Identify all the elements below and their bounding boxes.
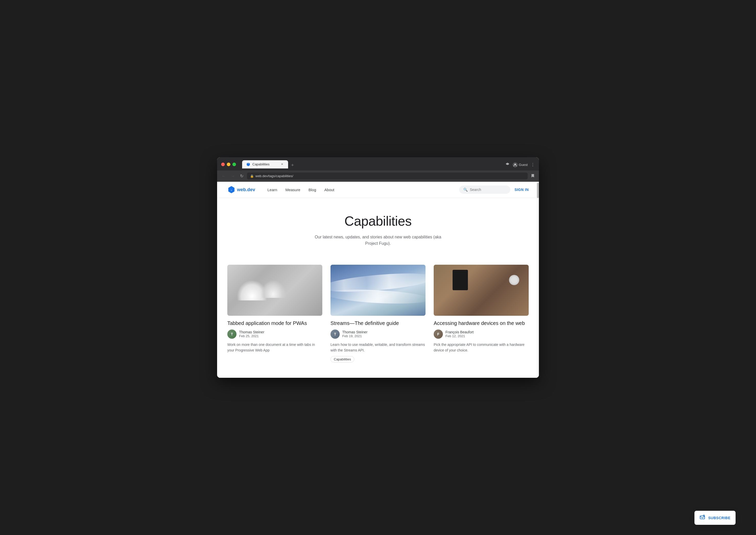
article-card-1[interactable]: Tabbed application mode for PWAs T Thoma… bbox=[227, 265, 322, 363]
site-logo[interactable]: › web.dev bbox=[227, 185, 255, 194]
author-name-1: Thomas Steiner bbox=[239, 330, 264, 334]
browser-window: Capabilities ✕ + bbox=[217, 157, 539, 378]
forward-button[interactable]: → bbox=[229, 173, 237, 179]
article-image-snow-domes bbox=[227, 265, 322, 316]
minimize-window-button[interactable] bbox=[227, 163, 230, 166]
extensions-button[interactable] bbox=[505, 161, 510, 168]
address-bar[interactable]: 🔒 web.dev/tags/capabilities/ bbox=[247, 173, 528, 180]
browser-toolbar: ← → ↻ 🔒 web.dev/tags/capabilities/ bbox=[217, 171, 539, 182]
back-button[interactable]: ← bbox=[220, 173, 227, 179]
tab-favicon bbox=[246, 162, 250, 166]
article-title-3: Accessing hardware devices on the web bbox=[434, 320, 529, 326]
nav-link-learn[interactable]: Learn bbox=[263, 182, 281, 198]
article-image-3 bbox=[434, 265, 529, 316]
hero-title: Capabilities bbox=[227, 213, 529, 229]
author-name-3: François Beaufort bbox=[446, 330, 474, 334]
maximize-window-button[interactable] bbox=[232, 163, 236, 166]
profile-icon bbox=[512, 162, 518, 167]
article-card-3[interactable]: Accessing hardware devices on the web F … bbox=[434, 265, 529, 363]
author-avatar-placeholder-1: T bbox=[227, 329, 237, 339]
scrollbar-thumb[interactable] bbox=[537, 183, 539, 198]
nav-links: Learn Measure Blog About bbox=[263, 182, 459, 198]
author-info-3: François Beaufort Feb 12, 2021 bbox=[446, 330, 474, 338]
scrollbar-track[interactable] bbox=[537, 182, 539, 378]
article-excerpt-2: Learn how to use readable, writable, and… bbox=[331, 342, 425, 353]
profile-button[interactable]: Guest bbox=[512, 162, 528, 167]
articles-section: Tabbed application mode for PWAs T Thoma… bbox=[217, 257, 539, 378]
article-tag-capabilities[interactable]: Capabilities bbox=[331, 356, 354, 362]
article-title-1: Tabbed application mode for PWAs bbox=[227, 320, 322, 326]
close-window-button[interactable] bbox=[221, 163, 225, 166]
new-tab-button[interactable]: + bbox=[289, 162, 296, 168]
author-avatar-2: T bbox=[331, 329, 340, 339]
search-input[interactable] bbox=[470, 187, 506, 192]
article-excerpt-3: Pick the appropriate API to communicate … bbox=[434, 342, 529, 353]
search-icon: 🔍 bbox=[463, 187, 468, 192]
author-avatar-1: T bbox=[227, 329, 237, 339]
address-url: web.dev/tags/capabilities/ bbox=[255, 174, 293, 178]
profile-label: Guest bbox=[519, 163, 528, 167]
article-author-1: T Thomas Steiner Feb 25, 2021 bbox=[227, 329, 322, 339]
tab-close-button[interactable]: ✕ bbox=[280, 162, 284, 166]
bookmark-button[interactable] bbox=[530, 173, 536, 180]
author-info-1: Thomas Steiner Feb 25, 2021 bbox=[239, 330, 264, 338]
author-avatar-3: F bbox=[434, 329, 443, 339]
author-name-2: Thomas Steiner bbox=[342, 330, 367, 334]
author-info-2: Thomas Steiner Feb 19, 2021 bbox=[342, 330, 367, 338]
article-author-2: T Thomas Steiner Feb 19, 2021 bbox=[331, 329, 425, 339]
article-author-3: F François Beaufort Feb 12, 2021 bbox=[434, 329, 529, 339]
author-avatar-placeholder-3: F bbox=[434, 329, 443, 339]
browser-chrome: Capabilities ✕ + bbox=[217, 157, 539, 182]
web-dev-logo-icon: › bbox=[227, 185, 236, 194]
article-image-1 bbox=[227, 265, 322, 316]
nav-right: 🔍 SIGN IN bbox=[459, 185, 529, 194]
articles-grid: Tabbed application mode for PWAs T Thoma… bbox=[227, 265, 529, 363]
refresh-button[interactable]: ↻ bbox=[239, 173, 245, 179]
page-content: › web.dev Learn Measure Blog About 🔍 SIG… bbox=[217, 182, 539, 378]
hero-section: Capabilities Our latest news, updates, a… bbox=[217, 198, 539, 257]
browser-titlebar: Capabilities ✕ + bbox=[217, 157, 539, 171]
search-box[interactable]: 🔍 bbox=[459, 185, 510, 194]
sign-in-button[interactable]: SIGN IN bbox=[514, 187, 529, 192]
article-image-2 bbox=[331, 265, 425, 316]
browser-tab-active[interactable]: Capabilities ✕ bbox=[242, 160, 288, 168]
article-card-2[interactable]: Streams—The definitive guide T Thomas St… bbox=[331, 265, 425, 363]
article-image-streams bbox=[331, 265, 425, 316]
article-excerpt-1: Work on more than one document at a time… bbox=[227, 342, 322, 353]
lock-icon: 🔒 bbox=[250, 174, 254, 178]
site-nav: › web.dev Learn Measure Blog About 🔍 SIG… bbox=[217, 182, 539, 198]
article-date-3: Feb 12, 2021 bbox=[446, 334, 474, 338]
nav-link-measure[interactable]: Measure bbox=[281, 182, 304, 198]
nav-link-blog[interactable]: Blog bbox=[305, 182, 320, 198]
browser-menu-button[interactable]: ⋮ bbox=[530, 161, 536, 168]
nav-link-about[interactable]: About bbox=[320, 182, 338, 198]
traffic-lights bbox=[221, 163, 236, 166]
hero-description: Our latest news, updates, and stories ab… bbox=[314, 234, 442, 247]
article-title-2: Streams—The definitive guide bbox=[331, 320, 425, 326]
tab-title: Capabilities bbox=[252, 162, 278, 166]
article-date-1: Feb 25, 2021 bbox=[239, 334, 264, 338]
article-image-workspace bbox=[434, 265, 529, 316]
article-date-2: Feb 19, 2021 bbox=[342, 334, 367, 338]
site-logo-text: web.dev bbox=[237, 187, 255, 192]
author-avatar-placeholder-2: T bbox=[331, 329, 340, 339]
svg-text:›: › bbox=[231, 189, 232, 192]
